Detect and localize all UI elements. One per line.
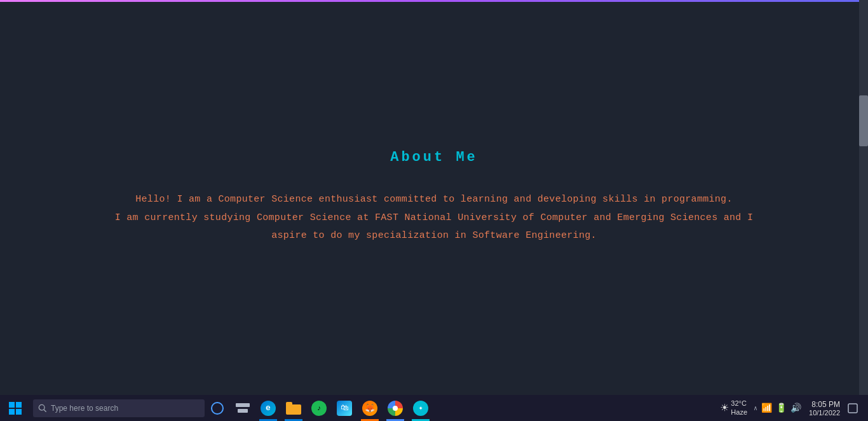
teal-app-icon: ✦ [413, 401, 428, 416]
main-content: About Me Hello! I am a Computer Science … [0, 0, 868, 395]
cortana-button[interactable] [205, 395, 230, 421]
search-placeholder-text: Type here to search [51, 404, 118, 413]
teal-app-button[interactable]: ✦ [408, 395, 433, 421]
about-title: About Me [104, 149, 764, 165]
clock-date: 10/1/2022 [809, 409, 840, 417]
start-button[interactable] [0, 395, 31, 421]
volume-icon[interactable]: 🔊 [790, 403, 801, 413]
firefox-button[interactable]: 🦊 [357, 395, 383, 421]
chrome-icon [388, 401, 403, 416]
taskbar-search[interactable]: Type here to search [33, 399, 205, 417]
svg-rect-2 [848, 404, 857, 413]
cortana-icon [211, 402, 224, 415]
ms-store-button[interactable]: 🛍 [332, 395, 357, 421]
spotify-icon: ♪ [311, 401, 327, 416]
task-view-button[interactable] [230, 395, 255, 421]
about-text: Hello! I am a Computer Science enthusias… [104, 191, 764, 245]
folder-icon [286, 402, 301, 415]
clock-widget[interactable]: 8:05 PM 10/1/2022 [809, 400, 840, 417]
scrollbar-track[interactable] [859, 0, 868, 395]
taskbar: Type here to search e ♪ 🛍 🦊 ✦ [0, 395, 868, 421]
notification-icon [848, 403, 858, 413]
chrome-button[interactable] [383, 395, 408, 421]
clock-time: 8:05 PM [811, 400, 840, 409]
weather-condition: Haze [731, 408, 747, 417]
temperature-text: 32°C [731, 399, 747, 408]
ms-store-icon: 🛍 [337, 401, 352, 416]
search-icon [38, 404, 47, 413]
file-explorer-button[interactable] [281, 395, 306, 421]
notification-button[interactable] [843, 395, 863, 421]
scrollbar-thumb[interactable] [859, 95, 868, 146]
firefox-icon: 🦊 [362, 401, 377, 416]
tray-icons: ∧ 📶 🔋 🔊 [754, 403, 801, 413]
weather-widget[interactable]: ☀️ 32°C Haze [721, 399, 747, 416]
network-icon[interactable]: 📶 [761, 403, 772, 413]
about-paragraph-2: I am currently studying Computer Science… [104, 209, 764, 245]
edge-icon: e [261, 401, 276, 416]
task-view-icon [236, 403, 250, 413]
tray-chevron-icon[interactable]: ∧ [754, 404, 757, 412]
system-tray: ☀️ 32°C Haze ∧ 📶 🔋 🔊 8:05 PM 10/1/2022 [721, 395, 868, 421]
about-section: About Me Hello! I am a Computer Science … [53, 149, 815, 245]
about-paragraph-1: Hello! I am a Computer Science enthusias… [104, 191, 764, 209]
edge-button[interactable]: e [255, 395, 281, 421]
top-accent [0, 0, 868, 2]
spotify-button[interactable]: ♪ [306, 395, 332, 421]
windows-icon [9, 402, 22, 415]
svg-line-1 [44, 410, 46, 411]
weather-icon: ☀️ [721, 400, 728, 416]
battery-icon[interactable]: 🔋 [776, 403, 787, 413]
